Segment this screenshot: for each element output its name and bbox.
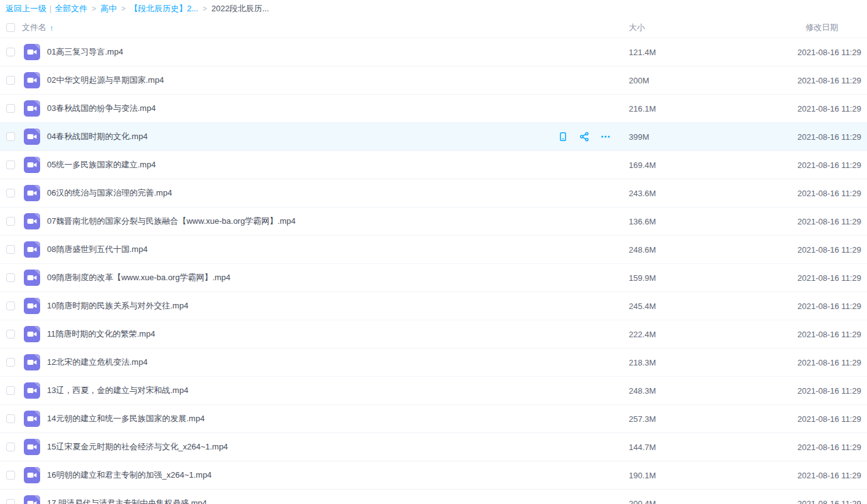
file-name-link[interactable]: 17.明清易代与清君主专制中央集权鼎盛.mp4 xyxy=(47,498,629,504)
row-checkbox[interactable] xyxy=(6,499,15,504)
file-name-link[interactable]: 05统一多民族国家的建立.mp4 xyxy=(47,159,629,171)
row-checkbox[interactable] xyxy=(6,471,15,480)
file-size: 248.3M xyxy=(629,386,797,396)
file-name-link[interactable]: 04春秋战国时期的文化.mp4 xyxy=(47,131,557,142)
file-row[interactable]: 16明朝的建立和君主专制的加强_x264~1.mp4 xyxy=(0,461,867,490)
row-checkbox[interactable] xyxy=(6,358,15,367)
breadcrumb-separator: | xyxy=(50,4,51,13)
more-actions-icon[interactable] xyxy=(600,131,611,142)
file-modified-date: 2021-08-16 11:29 xyxy=(797,217,867,226)
file-name-link[interactable]: 16明朝的建立和君主专制的加强_x264~1.mp4 xyxy=(47,470,629,481)
row-checkbox[interactable] xyxy=(6,245,15,254)
file-row[interactable]: 10隋唐时期的民族关系与对外交往.mp4 xyxy=(0,292,867,320)
column-header-filename[interactable]: 文件名 ↑ xyxy=(22,22,629,33)
video-file-icon xyxy=(24,129,40,145)
file-name-link[interactable]: 01高三复习导言.mp4 xyxy=(47,46,629,58)
breadcrumb-separator: > xyxy=(121,4,125,13)
file-row[interactable]: 03春秋战国的纷争与变法.mp4 xyxy=(0,95,867,123)
file-modified-date: 2021-08-16 11:29 xyxy=(797,414,867,424)
file-size: 144.7M xyxy=(629,443,797,452)
breadcrumb: 返回上一级 | 全部文件 > 高中 > 【段北辰历史】2... > 2022段北… xyxy=(0,0,867,18)
file-row[interactable]: 09隋唐制度的改革【www.xue-ba.org学霸网】.mp4 xyxy=(0,264,867,292)
row-checkbox[interactable] xyxy=(6,386,15,395)
file-name-link[interactable]: 10隋唐时期的民族关系与对外交往.mp4 xyxy=(47,300,629,312)
video-file-icon xyxy=(24,439,40,455)
video-file-icon xyxy=(24,326,40,342)
file-name-link[interactable]: 08隋唐盛世到五代十国.mp4 xyxy=(47,244,629,255)
video-file-icon xyxy=(24,270,40,286)
file-modified-date: 2021-08-16 11:29 xyxy=(797,330,867,339)
file-modified-date: 2021-08-16 11:29 xyxy=(797,358,867,367)
file-modified-date: 2021-08-16 11:29 xyxy=(797,48,867,57)
file-row[interactable]: 14元朝的建立和统一多民族国家的发展.mp4 xyxy=(0,405,867,433)
select-all-checkbox[interactable] xyxy=(6,23,15,32)
video-file-icon xyxy=(24,382,40,399)
file-modified-date: 2021-08-16 11:29 xyxy=(797,499,867,504)
file-modified-date: 2021-08-16 11:29 xyxy=(797,132,867,142)
column-header-size: 大小 xyxy=(629,22,797,33)
file-name-link[interactable]: 03春秋战国的纷争与变法.mp4 xyxy=(47,103,629,114)
file-name-link[interactable]: 06汉的统治与国家治理的完善.mp4 xyxy=(47,187,629,199)
file-size: 248.6M xyxy=(629,245,797,255)
row-checkbox[interactable] xyxy=(6,443,15,451)
breadcrumb-separator: > xyxy=(92,4,96,13)
file-modified-date: 2021-08-16 11:29 xyxy=(797,245,867,255)
file-row[interactable]: 07魏晋南北朝的国家分裂与民族融合【www.xue-ba.org学霸网】.mp4 xyxy=(0,207,867,236)
file-modified-date: 2021-08-16 11:29 xyxy=(797,302,867,311)
save-to-phone-icon[interactable] xyxy=(557,131,569,142)
file-row[interactable]: 02中华文明起源与早期国家.mp4 xyxy=(0,66,867,95)
file-name-link[interactable]: 13辽，西夏，金的建立与对宋和战.mp4 xyxy=(47,385,629,396)
file-row[interactable]: 01高三复习导言.mp4 xyxy=(0,38,867,66)
file-name-link[interactable]: 14元朝的建立和统一多民族国家的发展.mp4 xyxy=(47,413,629,424)
file-size: 121.4M xyxy=(629,48,797,57)
video-file-icon xyxy=(24,157,40,173)
column-header-date: 修改日期 xyxy=(797,22,867,33)
row-checkbox[interactable] xyxy=(6,414,15,423)
file-size: 216.1M xyxy=(629,104,797,113)
file-row[interactable]: 17.明清易代与清君主专制中央集权鼎盛.mp4 xyxy=(0,490,867,504)
file-name-link[interactable]: 02中华文明起源与早期国家.mp4 xyxy=(47,75,629,86)
row-checkbox[interactable] xyxy=(6,302,15,310)
file-size: 136.6M xyxy=(629,217,797,226)
row-checkbox[interactable] xyxy=(6,217,15,226)
row-checkbox[interactable] xyxy=(6,330,15,339)
sort-ascending-icon[interactable]: ↑ xyxy=(50,23,54,33)
file-name-link[interactable]: 07魏晋南北朝的国家分裂与民族融合【www.xue-ba.org学霸网】.mp4 xyxy=(47,216,629,227)
row-checkbox[interactable] xyxy=(6,273,15,282)
file-row[interactable]: 05统一多民族国家的建立.mp4 xyxy=(0,151,867,179)
file-name-link[interactable]: 12北宋的建立危机变法.mp4 xyxy=(47,357,629,368)
row-checkbox[interactable] xyxy=(6,104,15,113)
file-row[interactable]: 15辽宋夏金元时期的社会经济与文化_x264~1.mp4 xyxy=(0,433,867,461)
file-name-link[interactable]: 11隋唐时期的文化的繁荣.mp4 xyxy=(47,328,629,340)
row-checkbox[interactable] xyxy=(6,48,15,56)
breadcrumb-current-folder: 2022段北辰历... xyxy=(211,3,269,14)
file-row[interactable]: 12北宋的建立危机变法.mp4 xyxy=(0,349,867,377)
file-size: 399M xyxy=(629,132,797,142)
row-checkbox[interactable] xyxy=(6,132,15,141)
file-modified-date: 2021-08-16 11:29 xyxy=(797,160,867,170)
breadcrumb-link-folder-2[interactable]: 【段北辰历史】2... xyxy=(130,3,198,14)
file-row[interactable]: 04春秋战国时期的文化.mp4 xyxy=(0,123,867,151)
file-name-link[interactable]: 09隋唐制度的改革【www.xue-ba.org学霸网】.mp4 xyxy=(47,272,629,283)
row-checkbox[interactable] xyxy=(6,160,15,169)
file-modified-date: 2021-08-16 11:29 xyxy=(797,273,867,283)
share-icon[interactable] xyxy=(579,131,590,142)
file-name-link[interactable]: 15辽宋夏金元时期的社会经济与文化_x264~1.mp4 xyxy=(47,441,629,453)
file-row[interactable]: 11隋唐时期的文化的繁荣.mp4 xyxy=(0,320,867,349)
video-file-icon xyxy=(24,72,40,88)
file-row[interactable]: 08隋唐盛世到五代十国.mp4 xyxy=(0,236,867,264)
file-size: 169.4M xyxy=(629,160,797,170)
video-file-icon xyxy=(24,185,40,201)
file-size: 243.6M xyxy=(629,189,797,198)
row-checkbox[interactable] xyxy=(6,76,15,85)
file-size: 159.9M xyxy=(629,273,797,283)
file-modified-date: 2021-08-16 11:29 xyxy=(797,386,867,396)
file-row[interactable]: 13辽，西夏，金的建立与对宋和战.mp4 xyxy=(0,377,867,405)
video-file-icon xyxy=(24,411,40,427)
breadcrumb-link-folder-1[interactable]: 高中 xyxy=(100,3,117,14)
breadcrumb-back-link[interactable]: 返回上一级 xyxy=(6,3,46,14)
file-row[interactable]: 06汉的统治与国家治理的完善.mp4 xyxy=(0,179,867,207)
row-checkbox[interactable] xyxy=(6,189,15,197)
file-modified-date: 2021-08-16 11:29 xyxy=(797,443,867,452)
breadcrumb-link-all-files[interactable]: 全部文件 xyxy=(55,3,87,14)
